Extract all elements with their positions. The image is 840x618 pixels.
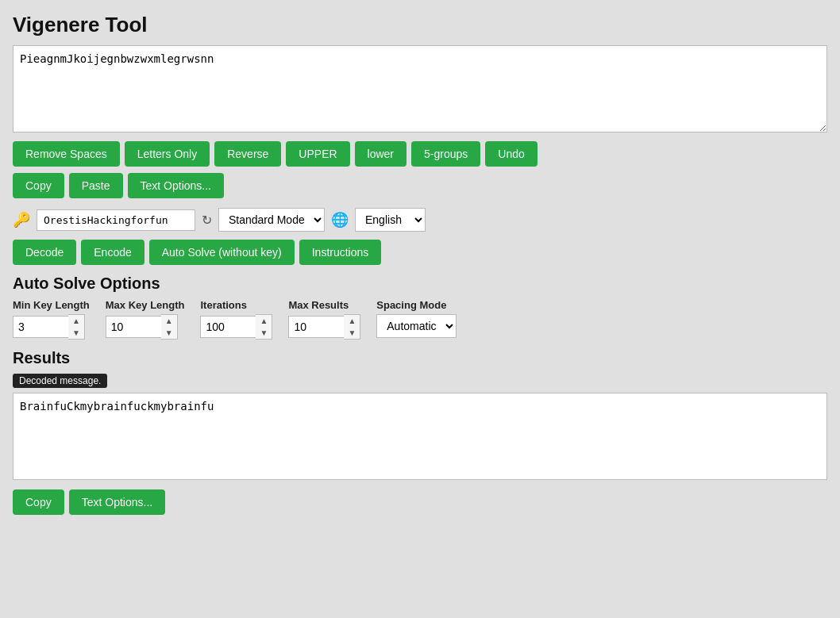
max-key-input[interactable] — [106, 316, 161, 338]
max-key-down[interactable]: ▼ — [161, 327, 177, 339]
copy-bottom-button[interactable]: Copy — [13, 489, 64, 515]
iterations-up[interactable]: ▲ — [256, 315, 272, 327]
auto-solve-title: Auto Solve Options — [13, 274, 827, 293]
reverse-button[interactable]: Reverse — [214, 141, 281, 167]
action-button-row: Decode Encode Auto Solve (without key) I… — [13, 240, 827, 265]
key-icon: 🔑 — [13, 211, 30, 228]
results-title: Results — [13, 349, 827, 367]
spacing-mode-select[interactable]: AutomaticPreserveRemove — [376, 314, 457, 338]
encode-button[interactable]: Encode — [81, 240, 144, 265]
max-results-input[interactable] — [288, 316, 344, 338]
auto-solve-options: Min Key Length ▲ ▼ Max Key Length ▲ ▼ It… — [13, 299, 827, 340]
input-textarea[interactable] — [13, 45, 827, 132]
max-results-label: Max Results — [288, 299, 360, 311]
copy-top-button[interactable]: Copy — [13, 173, 64, 198]
mode-select[interactable]: Standard ModeAutokey ModeBeaufort Mode — [218, 208, 325, 232]
key-input[interactable] — [37, 209, 195, 231]
page-title: Vigenere Tool — [13, 13, 827, 37]
min-key-up[interactable]: ▲ — [68, 315, 84, 327]
spacing-mode-label: Spacing Mode — [376, 299, 457, 311]
five-groups-button[interactable]: 5-groups — [411, 141, 480, 167]
bottom-button-row: Copy Text Options... — [13, 489, 827, 515]
top-button-row: Remove Spaces Letters Only Reverse UPPER… — [13, 141, 827, 167]
text-options-bottom-button[interactable]: Text Options... — [69, 489, 165, 515]
max-results-down[interactable]: ▼ — [344, 327, 360, 339]
iterations-label: Iterations — [200, 299, 272, 311]
min-key-label: Min Key Length — [13, 299, 90, 311]
min-key-input[interactable] — [13, 316, 68, 338]
text-options-button[interactable]: Text Options... — [128, 173, 224, 198]
language-select[interactable]: EnglishFrenchGermanSpanish — [355, 208, 426, 232]
max-key-up[interactable]: ▲ — [161, 315, 177, 327]
lower-button[interactable]: lower — [355, 141, 407, 167]
letters-only-button[interactable]: Letters Only — [125, 141, 210, 167]
globe-icon: 🌐 — [331, 211, 349, 228]
min-key-down[interactable]: ▼ — [68, 327, 84, 339]
second-button-row: Copy Paste Text Options... — [13, 173, 827, 198]
upper-button[interactable]: UPPER — [286, 141, 349, 167]
undo-button[interactable]: Undo — [485, 141, 537, 167]
instructions-button[interactable]: Instructions — [299, 240, 382, 265]
auto-solve-button[interactable]: Auto Solve (without key) — [149, 240, 295, 265]
paste-button[interactable]: Paste — [69, 173, 123, 198]
decode-button[interactable]: Decode — [13, 240, 76, 265]
max-key-label: Max Key Length — [106, 299, 185, 311]
remove-spaces-button[interactable]: Remove Spaces — [13, 141, 120, 167]
max-results-up[interactable]: ▲ — [344, 315, 360, 327]
results-output: BrainfuCkmybrainfuckmybrainfu — [13, 393, 827, 480]
decoded-badge: Decoded message. — [13, 374, 107, 388]
refresh-icon[interactable]: ↻ — [202, 213, 212, 228]
iterations-down[interactable]: ▼ — [256, 327, 272, 339]
iterations-input[interactable] — [200, 316, 256, 338]
key-row: 🔑 ↻ Standard ModeAutokey ModeBeaufort Mo… — [13, 208, 827, 232]
